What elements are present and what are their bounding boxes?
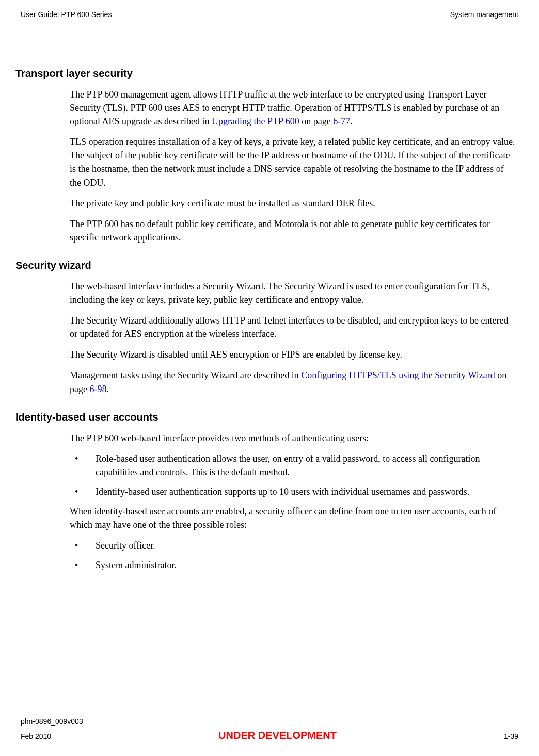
section1-p3: The private key and public key certifica… <box>70 197 516 210</box>
section1-p4: The PTP 600 has no default public key ce… <box>70 217 516 244</box>
page-footer: phn-0896_009v003 Feb 2010 UNDER DEVELOPM… <box>21 717 518 742</box>
link-page-6-98[interactable]: 6-98 <box>89 384 106 394</box>
header-right: System management <box>450 10 518 19</box>
link-upgrading-ptp600[interactable]: Upgrading the PTP 600 <box>212 116 299 126</box>
footer-status: UNDER DEVELOPMENT <box>218 730 337 742</box>
heading-identity-based-user-accounts: Identity-based user accounts <box>15 411 518 423</box>
section3-p2: When identity-based user accounts are en… <box>70 505 516 532</box>
footer-bottom-row: Feb 2010 UNDER DEVELOPMENT 1-39 <box>21 730 518 742</box>
list-item: Role-based user authentication allows th… <box>70 452 516 479</box>
list-item: System administrator. <box>70 558 516 572</box>
content-section2: The web-based interface includes a Secur… <box>70 280 516 396</box>
heading-transport-layer-security: Transport layer security <box>15 68 518 79</box>
page-header: User Guide: PTP 600 Series System manage… <box>21 10 518 19</box>
section1-p1-mid: on page <box>299 116 333 126</box>
section2-p2: The Security Wizard additionally allows … <box>70 314 516 341</box>
section2-p4-before: Management tasks using the Security Wiza… <box>70 370 301 380</box>
footer-date: Feb 2010 <box>21 732 51 741</box>
footer-doc-id: phn-0896_009v003 <box>21 717 518 726</box>
section3-bullet-list-1: Role-based user authentication allows th… <box>70 452 516 498</box>
section3-bullet-list-2: Security officer. System administrator. <box>70 539 516 572</box>
section3-p1: The PTP 600 web-based interface provides… <box>70 431 516 445</box>
section2-p4-after: . <box>106 384 109 394</box>
section2-p1: The web-based interface includes a Secur… <box>70 280 516 307</box>
section2-p4: Management tasks using the Security Wiza… <box>70 368 516 395</box>
footer-page-number: 1-39 <box>504 732 518 741</box>
section1-p1: The PTP 600 management agent allows HTTP… <box>70 88 516 128</box>
list-item: Security officer. <box>70 539 516 552</box>
section1-p2: TLS operation requires installation of a… <box>70 135 516 189</box>
header-left: User Guide: PTP 600 Series <box>21 10 112 19</box>
heading-security-wizard: Security wizard <box>15 260 518 271</box>
section2-p3: The Security Wizard is disabled until AE… <box>70 348 516 361</box>
link-page-6-77[interactable]: 6-77 <box>333 116 350 126</box>
section1-p1-after: . <box>350 116 353 126</box>
list-item: Identify-based user authentication suppo… <box>70 485 516 498</box>
content-section1: The PTP 600 management agent allows HTTP… <box>70 88 516 244</box>
link-configuring-https-tls[interactable]: Configuring HTTPS/TLS using the Security… <box>301 370 495 380</box>
content-section3: The PTP 600 web-based interface provides… <box>70 431 516 572</box>
